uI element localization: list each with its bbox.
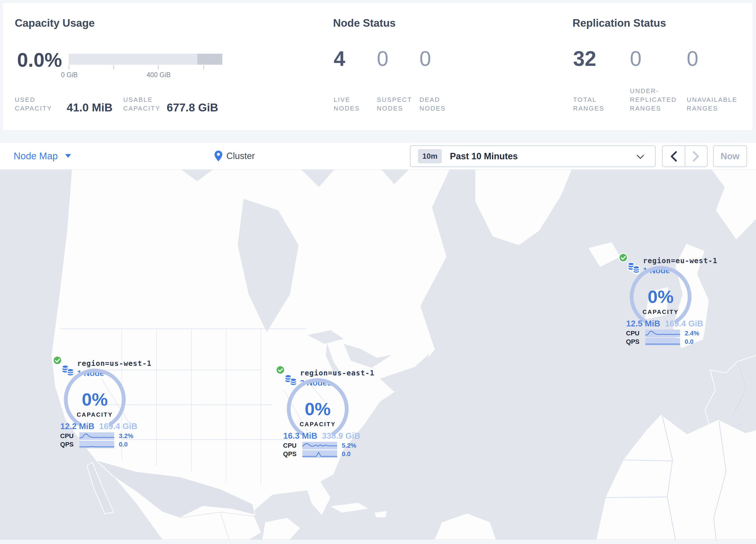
cpu-label: CPU [623, 330, 639, 337]
qps-sparkline [79, 441, 114, 448]
cpu-value: 5.2% [342, 442, 356, 449]
time-range-dropdown[interactable]: 10m Past 10 Minutes [410, 145, 656, 167]
qps-label: QPS [623, 338, 639, 346]
dead-nodes-value: 0 [419, 47, 431, 70]
time-back-button[interactable] [663, 146, 685, 166]
location-pin-icon [215, 150, 222, 161]
view-selector-dropdown[interactable]: Node Map [14, 142, 71, 169]
time-forward-button[interactable] [685, 146, 707, 166]
time-nav-buttons [662, 145, 708, 167]
caret-down-icon [65, 154, 71, 158]
qps-value: 0.0 [119, 441, 128, 448]
cluster-overview-page: Capacity Usage 0.0% 0 GiB 400 GiB USED C… [0, 0, 756, 544]
usable-capacity: 169.4 GiB [665, 319, 703, 329]
node-map[interactable] [0, 170, 756, 539]
capacity-gauge-label: CAPACITY [284, 421, 351, 428]
under-replicated-label: UNDER-REPLICATED RANGES [630, 87, 682, 113]
capacity-gauge-percent: 0% [284, 400, 351, 419]
capacity-gauge-percent: 0% [627, 287, 694, 307]
dead-nodes-label: DEAD NODES [419, 95, 451, 113]
map-footer-strip [0, 539, 756, 544]
region-marker-eu-west-1[interactable]: region=eu-west-1 1 Node 0% CAPACITY 12.5… [619, 253, 708, 349]
cpu-label: CPU [280, 442, 297, 449]
cpu-value: 3.2% [119, 432, 133, 440]
cpu-sparkline [645, 330, 680, 337]
capacity-bar-ticks [69, 65, 222, 70]
node-status-title: Node Status [333, 17, 396, 29]
unavailable-label: UNAVAILABLE RANGES [687, 95, 748, 113]
capacity-gauge-percent: 0% [61, 390, 128, 409]
used-capacity-label: USED CAPACITY [15, 95, 54, 113]
used-capacity: 12.5 MiB [626, 319, 660, 329]
cpu-label: CPU [57, 432, 74, 440]
total-ranges-label: TOTAL RANGES [573, 95, 608, 113]
qps-value: 0.0 [342, 450, 351, 458]
view-selector-label: Node Map [14, 150, 58, 162]
capacity-gauge-label: CAPACITY [61, 411, 128, 418]
capacity-bar-reserved-segment [197, 54, 222, 65]
capacity-percent: 0.0% [17, 48, 62, 71]
qps-label: QPS [57, 441, 74, 448]
total-ranges-value: 32 [573, 47, 596, 70]
live-nodes-value: 4 [334, 47, 345, 70]
world-map [0, 170, 756, 539]
cpu-sparkline [79, 432, 114, 440]
breadcrumb[interactable]: Cluster [215, 142, 255, 169]
unavailable-value: 0 [687, 47, 698, 70]
live-nodes-label: LIVE NODES [334, 95, 363, 113]
map-toolbar: Node Map Cluster 10m Past 10 Minutes Now [0, 142, 756, 170]
usable-capacity-label: USABLE CAPACITY [123, 95, 167, 113]
chevron-down-icon [637, 155, 644, 159]
under-replicated-value: 0 [630, 47, 641, 70]
now-button[interactable]: Now [713, 145, 747, 167]
cpu-value: 2.4% [685, 330, 699, 337]
cluster-summary-panel: Capacity Usage 0.0% 0 GiB 400 GiB USED C… [2, 2, 753, 130]
usable-capacity: 338.9 GiB [322, 431, 360, 441]
region-marker-us-west-1[interactable]: region=us-west-1 1 Node 0% CAPACITY 12.2… [53, 356, 143, 452]
used-capacity-value: 41.0 MiB [67, 101, 112, 114]
suspect-nodes-value: 0 [377, 47, 388, 70]
qps-label: QPS [280, 450, 297, 458]
capacity-bar [69, 54, 222, 65]
capacity-usage-title: Capacity Usage [15, 17, 95, 29]
usable-capacity: 169.4 GiB [99, 421, 137, 431]
capacity-tick-0: 0 GiB [61, 71, 78, 79]
qps-value: 0.0 [685, 338, 694, 346]
qps-sparkline [645, 338, 680, 346]
cpu-sparkline [302, 442, 337, 449]
capacity-tick-400: 400 GiB [146, 71, 170, 79]
chevron-right-icon [693, 151, 699, 162]
qps-sparkline [302, 450, 337, 458]
time-range-label: Past 10 Minutes [450, 151, 518, 162]
used-capacity: 16.3 MiB [283, 431, 317, 441]
chevron-left-icon [670, 151, 677, 162]
used-capacity: 12.2 MiB [60, 421, 95, 431]
capacity-gauge-label: CAPACITY [627, 309, 694, 316]
breadcrumb-label: Cluster [226, 151, 255, 161]
time-range-badge: 10m [418, 149, 442, 163]
usable-capacity-value: 677.8 GiB [167, 101, 218, 114]
replication-status-title: Replication Status [573, 17, 666, 29]
region-marker-us-east-1[interactable]: region=us-east-1 2 Nodes 0% CAPACITY 16.… [276, 365, 366, 461]
suspect-nodes-label: SUSPECT NODES [377, 95, 417, 113]
